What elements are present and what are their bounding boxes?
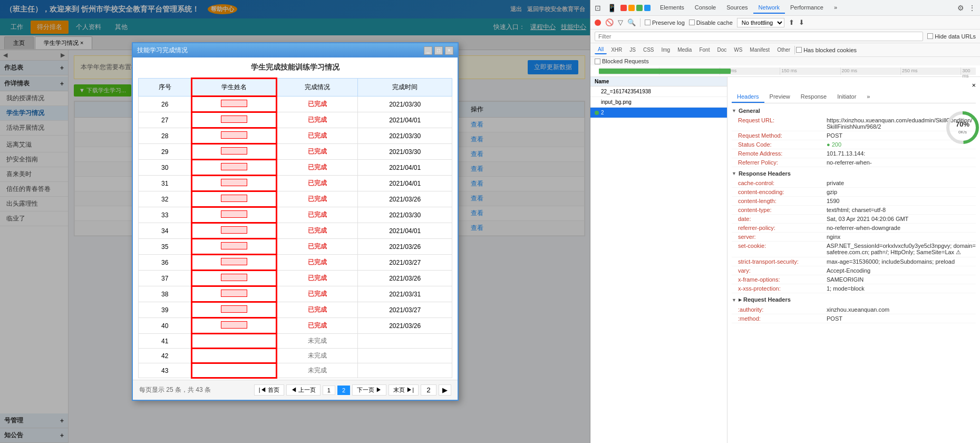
tab-sources[interactable]: Sources (721, 2, 753, 14)
modal-close-button[interactable]: × (445, 46, 453, 55)
resp-set-cookie: set-cookie: ASP.NET_SessionId=orkxlvxcfu… (732, 242, 976, 257)
page-1-button[interactable]: 1 (323, 386, 335, 395)
detail-tabs: Headers Preview Response Initiator » (732, 91, 976, 103)
modal-table-row: 41未完成 (139, 334, 452, 349)
modal-col-no: 序号 (139, 79, 192, 97)
student-name-cell (192, 318, 277, 334)
more-icon[interactable]: ⋮ (966, 3, 978, 13)
tab-elements[interactable]: Elements (655, 2, 690, 14)
modal-title: 技能学习完成情况 (137, 46, 188, 55)
modal-minimize-button[interactable]: _ (424, 46, 432, 55)
prev-page-button[interactable]: ◀ 上一页 (286, 384, 321, 396)
modal-col-name: 学生姓名 (192, 79, 277, 97)
type-js-button[interactable]: JS (626, 46, 639, 54)
record-button[interactable] (595, 20, 601, 26)
modal-col-date: 完成时间 (358, 79, 452, 97)
settings-icon[interactable]: ⚙ (955, 3, 966, 13)
detail-tab-more[interactable]: » (861, 91, 875, 103)
timeline-progress (599, 69, 731, 74)
detail-tab-headers[interactable]: Headers (732, 91, 764, 103)
student-name-cell (192, 239, 277, 255)
modal-table-row: 32已完成2021/03/26 (139, 191, 452, 207)
type-doc-button[interactable]: Doc (714, 46, 730, 54)
page-go-button[interactable]: ▶ (439, 384, 451, 396)
tab-console[interactable]: Console (690, 2, 721, 14)
devtools-mobile-icon[interactable]: 📱 (605, 3, 618, 13)
modal-controls: _ □ × (424, 46, 453, 55)
type-other-button[interactable]: Other (774, 46, 793, 54)
type-media-button[interactable]: Media (674, 46, 695, 54)
preserve-log-checkbox[interactable]: Preserve log (645, 20, 685, 26)
resp-xss: x-xss-protection: 1; mode=block (732, 284, 976, 293)
tab-performance[interactable]: Performance (785, 2, 829, 14)
blocked-requests-checkbox[interactable]: Blocked Requests (595, 58, 649, 64)
general-section-title[interactable]: General (732, 108, 976, 114)
student-name-cell (192, 112, 277, 128)
clear-icon[interactable]: 🚫 (605, 18, 614, 26)
modal-table-row: 42未完成 (139, 349, 452, 363)
detail-tab-initiator[interactable]: Initiator (832, 91, 861, 103)
dot-blue (644, 5, 651, 11)
student-name-cell (192, 271, 277, 286)
request-item-2[interactable]: input_bg.png (590, 97, 727, 108)
devtools-tab-icons: ⊡ 📱 (593, 3, 618, 13)
hide-data-urls-checkbox[interactable]: Hide data URLs (927, 33, 976, 40)
student-name-cell (192, 144, 277, 160)
prop-remote-address: Remote Address: 101.71.13.144: (732, 149, 976, 158)
modal: 技能学习完成情况 _ □ × 学生完成技能训练学习情况 序号 学生姓名 完成情况 (132, 42, 459, 401)
modal-table-row: 31已完成2021/04/01 (139, 176, 452, 191)
tab-network[interactable]: Network (753, 2, 785, 14)
type-all-button[interactable]: All (595, 45, 607, 54)
download-icon[interactable]: ⬇ (799, 18, 804, 26)
preserve-log-label: Preserve log (652, 20, 685, 26)
modal-restore-button[interactable]: □ (434, 46, 443, 55)
resp-referrer-policy: referrer-policy: no-referrer-when-downgr… (732, 224, 976, 233)
type-css-button[interactable]: CSS (640, 46, 657, 54)
type-font-button[interactable]: Font (696, 46, 713, 54)
modal-table-row: 28已完成2021/03/30 (139, 128, 452, 144)
type-img-button[interactable]: Img (658, 46, 673, 54)
search-icon[interactable]: 🔍 (627, 18, 636, 26)
request-list: Name 22_=1617423541938 input_bg.png 2 (590, 77, 727, 443)
detail-tab-preview[interactable]: Preview (764, 91, 795, 103)
type-xhr-button[interactable]: XHR (608, 46, 625, 54)
devtools-filter-bar: Hide data URLs (590, 30, 980, 43)
throttling-select[interactable]: No throttling (737, 18, 784, 27)
devtools-pointer-icon[interactable]: ⊡ (593, 3, 603, 13)
resp-date: date: Sat, 03 Apr 2021 04:20:06 GMT (732, 215, 976, 224)
svg-text:70%: 70% (956, 120, 969, 128)
devtools-color-dots (620, 5, 651, 11)
blocked-requests-row: Blocked Requests (590, 57, 980, 65)
student-name-cell (192, 255, 277, 271)
upload-icon[interactable]: ⬆ (789, 18, 794, 26)
type-ws-button[interactable]: WS (731, 46, 745, 54)
disable-cache-checkbox[interactable]: Disable cache (689, 20, 733, 26)
req-authority: :authority: xinzhou.xueanquan.com (732, 305, 976, 314)
request-item-3[interactable]: 2 (590, 108, 727, 118)
modal-table-row: 36已完成2021/03/27 (139, 255, 452, 271)
status-dot-3 (595, 111, 599, 115)
prop-request-url: Request URL: https://xinzhou.xueanquan.c… (732, 116, 976, 131)
request-headers-title[interactable]: ▸ Request Headers (732, 296, 976, 303)
modal-table-row: 40已完成2021/03/26 (139, 318, 452, 334)
response-headers-title[interactable]: Response Headers (732, 170, 976, 177)
has-blocked-cookies-checkbox[interactable]: Has blocked cookies (796, 47, 857, 53)
detail-close-button[interactable]: × (972, 81, 976, 89)
timeline-250ms: 250 ms (900, 68, 918, 75)
timeline-200ms: 200 ms (840, 68, 858, 75)
modal-overlay[interactable]: 技能学习完成情况 _ □ × 学生完成技能训练学习情况 序号 学生姓名 完成情况 (0, 0, 590, 443)
detail-tab-response[interactable]: Response (795, 91, 832, 103)
first-page-button[interactable]: |◀ 首页 (254, 384, 284, 396)
page-2-button[interactable]: 2 (337, 386, 350, 395)
network-filter-input[interactable] (595, 32, 923, 41)
modal-table-row: 39已完成2021/03/27 (139, 302, 452, 318)
next-page-button[interactable]: 下一页 ▶ (352, 384, 386, 396)
type-manifest-button[interactable]: Manifest (746, 46, 773, 54)
status-dot-2 (595, 100, 599, 104)
tab-more[interactable]: » (829, 2, 842, 14)
page-input[interactable] (421, 384, 436, 396)
student-name-cell (192, 176, 277, 191)
filter-icon[interactable]: ▽ (618, 18, 623, 26)
request-item-1[interactable]: 22_=1617423541938 (590, 86, 727, 97)
last-page-button[interactable]: 末页 ▶| (389, 384, 419, 396)
